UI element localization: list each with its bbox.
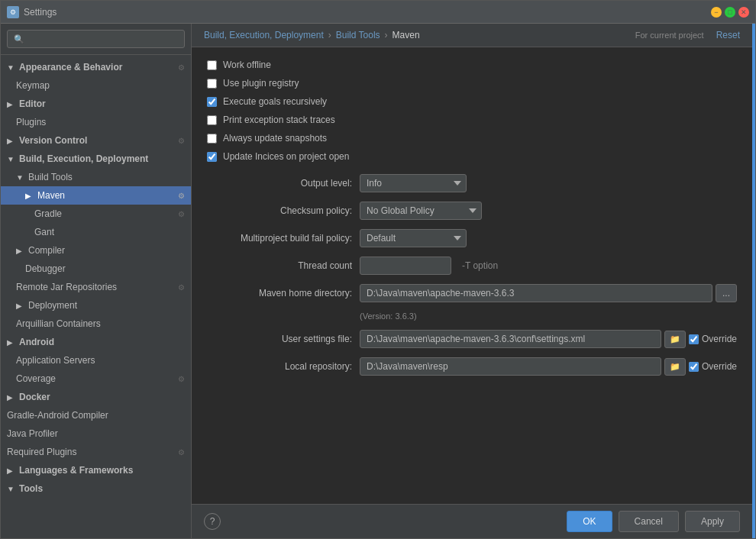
minimize-button[interactable]: − xyxy=(711,7,722,18)
apply-button[interactable]: Apply xyxy=(685,511,740,532)
plugin-registry-row: Use plugin registry xyxy=(207,78,737,89)
sidebar-item-label: Arquillian Containers xyxy=(16,318,101,329)
sidebar-item-label: Gradle-Android Compiler xyxy=(7,410,108,421)
update-indices-row: Update Incices on project open xyxy=(207,151,737,162)
sidebar-item-build-exec[interactable]: ▼ Build, Execution, Deployment xyxy=(1,150,191,168)
maximize-button[interactable]: □ xyxy=(725,7,735,18)
sidebar-item-version-control[interactable]: ▶ Version Control ⚙ xyxy=(1,131,191,150)
sidebar-item-plugins[interactable]: Plugins xyxy=(1,113,191,131)
sidebar-item-gant[interactable]: Gant xyxy=(1,223,191,241)
cancel-button[interactable]: Cancel xyxy=(619,511,679,532)
sidebar-item-lang-frameworks[interactable]: ▶ Languages & Frameworks xyxy=(1,461,191,479)
sidebar-item-build-tools[interactable]: ▼ Build Tools xyxy=(1,168,191,186)
sidebar-item-label: Android xyxy=(19,337,54,347)
search-input[interactable] xyxy=(27,34,178,44)
sidebar-item-gradle[interactable]: Gradle ⚙ xyxy=(1,205,191,223)
work-offline-checkbox[interactable] xyxy=(207,60,217,70)
breadcrumb-sep2: › xyxy=(385,30,388,40)
override-label2[interactable]: Override xyxy=(702,361,737,372)
execute-goals-checkbox[interactable] xyxy=(207,97,217,107)
repo-icon: ⚙ xyxy=(178,192,185,200)
sidebar-item-docker[interactable]: ▶ Docker xyxy=(1,388,191,406)
sidebar-item-debugger[interactable]: Debugger xyxy=(1,260,191,278)
work-offline-label[interactable]: Work offline xyxy=(223,60,271,70)
maven-home-browse-button[interactable]: ... xyxy=(716,284,737,302)
local-repo-override: Override xyxy=(689,361,737,372)
checksum-policy-row: Checksum policy: No Global Policy Strict… xyxy=(207,202,737,220)
sidebar-item-editor[interactable]: ▶ Editor xyxy=(1,95,191,113)
breadcrumb-part1[interactable]: Build, Execution, Deployment xyxy=(204,30,324,40)
sidebar-item-compiler[interactable]: ▶ Compiler xyxy=(1,241,191,260)
chevron-icon: ▼ xyxy=(7,485,16,493)
title-bar: ⚙ Settings − □ ✕ xyxy=(1,1,755,24)
sidebar-item-tools[interactable]: ▼ Tools xyxy=(1,479,191,498)
breadcrumb-part2[interactable]: Build Tools xyxy=(336,30,380,40)
sidebar-item-keymap[interactable]: Keymap xyxy=(1,76,191,95)
sidebar-item-required-plugins[interactable]: Required Plugins ⚙ xyxy=(1,443,191,461)
t-option-label: -T option xyxy=(462,260,498,271)
sidebar-item-appearance[interactable]: ▼ Appearance & Behavior ⚙ xyxy=(1,58,191,76)
local-repo-input[interactable] xyxy=(360,357,661,376)
close-button[interactable]: ✕ xyxy=(738,7,749,18)
sidebar-item-label: Application Servers xyxy=(16,355,95,366)
print-stack-checkbox[interactable] xyxy=(207,115,217,125)
chevron-icon: ▼ xyxy=(7,63,16,72)
multiproject-label: Multiproject build fail policy: xyxy=(207,233,352,244)
user-settings-label: User settings file: xyxy=(207,334,352,344)
sidebar-item-maven[interactable]: ▶ Maven ⚙ xyxy=(1,186,191,205)
nav-tree: ▼ Appearance & Behavior ⚙ Keymap ▶ Edito… xyxy=(1,55,191,538)
sidebar-item-label: Java Profiler xyxy=(7,428,58,439)
sidebar-item-label: Languages & Frameworks xyxy=(19,465,133,476)
sidebar-item-remote-jar[interactable]: Remote Jar Repositories ⚙ xyxy=(1,278,191,296)
multiproject-select[interactable]: Default At End Never Fail Fast xyxy=(360,229,467,247)
settings-icon5: ⚙ xyxy=(178,375,185,383)
execute-goals-label[interactable]: Execute goals recursively xyxy=(223,96,327,107)
plugin-registry-label[interactable]: Use plugin registry xyxy=(223,78,299,89)
local-repo-browse-button[interactable]: 📁 xyxy=(664,358,686,376)
thread-count-label: Thread count xyxy=(207,260,352,271)
window-title: Settings xyxy=(24,7,711,18)
sidebar-item-app-servers[interactable]: Application Servers xyxy=(1,351,191,370)
sidebar-item-label: Build Tools xyxy=(28,172,73,182)
thread-count-input[interactable] xyxy=(360,257,451,275)
output-level-select[interactable]: Debug Info Warn Error xyxy=(360,174,467,192)
sidebar-item-deployment[interactable]: ▶ Deployment xyxy=(1,296,191,315)
sidebar-item-arquillian[interactable]: Arquillian Containers xyxy=(1,315,191,333)
thread-count-row: Thread count -T option xyxy=(207,257,737,275)
ok-button[interactable]: OK xyxy=(567,511,612,532)
help-button[interactable]: ? xyxy=(204,513,221,530)
update-indices-label[interactable]: Update Incices on project open xyxy=(223,151,349,162)
print-stack-label[interactable]: Print exception stack traces xyxy=(223,115,335,125)
maven-home-input[interactable] xyxy=(360,284,712,302)
sidebar-item-java-profiler[interactable]: Java Profiler xyxy=(1,424,191,443)
user-settings-override-checkbox[interactable] xyxy=(689,334,699,344)
sidebar-item-label: Gradle xyxy=(34,208,62,219)
sidebar-item-label: Compiler xyxy=(28,245,65,256)
print-stack-row: Print exception stack traces xyxy=(207,115,737,125)
always-update-checkbox[interactable] xyxy=(207,134,217,144)
override-label1[interactable]: Override xyxy=(702,334,737,344)
reset-link[interactable]: Reset xyxy=(716,30,740,40)
chevron-icon: ▶ xyxy=(16,247,25,255)
right-accent-bar xyxy=(752,24,755,538)
update-indices-checkbox[interactable] xyxy=(207,152,217,162)
bottom-bar: ? OK Cancel Apply xyxy=(192,504,752,538)
chevron-icon: ▶ xyxy=(7,338,16,347)
user-settings-browse-button[interactable]: 📁 xyxy=(664,331,686,348)
plugin-registry-checkbox[interactable] xyxy=(207,79,217,89)
maven-home-row: Maven home directory: ... xyxy=(207,284,737,302)
maven-home-label: Maven home directory: xyxy=(207,288,352,299)
local-repo-override-checkbox[interactable] xyxy=(689,362,699,372)
user-settings-input[interactable] xyxy=(360,330,661,348)
always-update-label[interactable]: Always update snapshots xyxy=(223,133,327,144)
sidebar-item-gradle-android[interactable]: Gradle-Android Compiler xyxy=(1,406,191,424)
local-repo-row: Local repository: 📁 Override xyxy=(207,357,737,376)
window-controls: − □ ✕ xyxy=(711,7,749,18)
sidebar-item-coverage[interactable]: Coverage ⚙ xyxy=(1,370,191,388)
settings-icon: ⚙ xyxy=(178,63,185,72)
sidebar-item-label: Plugins xyxy=(16,117,46,127)
sidebar-item-label: Gant xyxy=(34,227,54,237)
for-current-project[interactable]: For current project xyxy=(635,31,704,40)
sidebar-item-android[interactable]: ▶ Android xyxy=(1,333,191,351)
checksum-policy-select[interactable]: No Global Policy Strict Warn xyxy=(360,202,482,220)
